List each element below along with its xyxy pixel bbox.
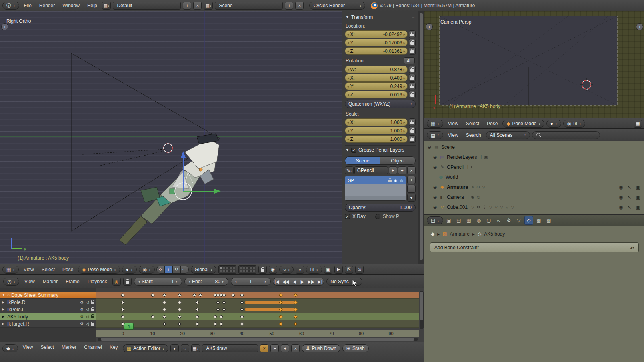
remove-gp-layer-button[interactable]: − — [407, 185, 416, 193]
lock-icon[interactable] — [388, 180, 392, 182]
keyframe[interactable] — [219, 315, 223, 319]
layer-toggle[interactable] — [249, 270, 252, 272]
increment-arrow[interactable]: ▸ — [403, 68, 405, 72]
outliner-label[interactable]: GPencil — [447, 164, 464, 170]
keyframe[interactable] — [240, 300, 244, 304]
keyframe[interactable] — [162, 322, 166, 326]
dopesheet-channel[interactable]: ▼◌Dope Sheet Summary — [0, 292, 96, 299]
keyframe[interactable] — [240, 315, 244, 319]
tab-object-data[interactable]: ▽ — [514, 216, 523, 225]
frame-ruler[interactable]: 0102030405060708090 — [96, 330, 419, 337]
wrench-icon[interactable]: ⚙ — [477, 205, 480, 209]
decrement-arrow[interactable]: ◂ — [347, 32, 349, 36]
scrollbar-thumb[interactable] — [420, 292, 423, 320]
location-z-field[interactable]: ◂Z:-0.01361▸ — [345, 47, 408, 55]
layer-toggle[interactable] — [226, 270, 229, 272]
menu-select[interactable]: Select — [38, 344, 57, 350]
outliner-item-world[interactable]: ◍ World — [424, 172, 644, 182]
speaker-icon[interactable]: ◁ — [86, 322, 89, 326]
keyframe[interactable] — [178, 315, 182, 319]
outliner-item-armature[interactable]: ⊕ ◆ Armature ⌖ ⊙ ▽ ◉ ↖ ▣ — [424, 182, 644, 192]
fake-user-button[interactable]: F — [270, 344, 279, 352]
expander-icon[interactable]: ▶ — [2, 315, 6, 318]
dof-icon[interactable]: ◎ — [477, 195, 480, 199]
layer-toggle[interactable] — [223, 266, 226, 269]
expand-icon[interactable]: ⊕ — [432, 194, 438, 200]
editor-type-selector[interactable]: ◷↕ — [3, 278, 19, 286]
editor-type-selector[interactable]: ▤↕ — [427, 131, 443, 139]
location-x-field[interactable]: ◂X:-0.02492▸ — [345, 30, 408, 38]
eye-icon[interactable]: ◉ — [619, 204, 623, 210]
keyframe[interactable] — [222, 300, 226, 304]
gp-layer-specials-button[interactable]: ▾ — [407, 194, 416, 202]
vgroup-icon[interactable]: ▽ — [506, 205, 509, 209]
menu-render[interactable]: Render — [36, 3, 58, 8]
tab-material[interactable]: ▩ — [534, 216, 543, 225]
keyframe[interactable] — [121, 308, 125, 312]
add-gpencil-button[interactable]: + — [398, 166, 406, 174]
expand-icon[interactable]: ⊕ — [432, 184, 438, 190]
viewport-shading-dropdown[interactable]: ●↕ — [546, 120, 561, 128]
eye-icon[interactable]: ◉ — [619, 184, 623, 190]
keyframe[interactable] — [219, 322, 223, 326]
layer-toggle[interactable] — [229, 266, 232, 269]
camera-viewport[interactable]: x Camera Persp (1) Armature : AK5 body +… — [424, 11, 644, 118]
outliner-label[interactable]: Armature — [447, 184, 468, 190]
pivot-center-dropdown[interactable]: ◎⊞↕ — [563, 120, 585, 128]
wrench-icon[interactable]: ⚙ — [80, 322, 84, 326]
frame-start-field[interactable]: ◂ Start: 1 ▸ — [134, 278, 182, 286]
layer-toggle[interactable] — [240, 270, 242, 272]
keyframe-row[interactable] — [96, 313, 419, 320]
render-camera-icon[interactable]: ▣ — [636, 204, 640, 210]
properties-expand-button[interactable]: + — [636, 23, 643, 30]
lock-scale-x-button[interactable] — [409, 118, 416, 126]
action-name-field[interactable]: AK5 draw — [202, 344, 258, 352]
decrement-arrow[interactable]: ◂ — [347, 49, 349, 53]
keyframe[interactable] — [213, 322, 217, 326]
fake-user-button[interactable]: F — [389, 166, 397, 174]
decrement-arrow[interactable]: ◂ — [347, 68, 349, 72]
layer-toggle[interactable] — [220, 270, 222, 272]
keyframe[interactable] — [231, 293, 235, 297]
keyframe[interactable] — [240, 293, 244, 297]
increment-arrow[interactable]: ▸ — [403, 32, 405, 36]
keyframe-area[interactable]: 0102030405060708090 1 — [96, 288, 419, 342]
toolbar-expand-button[interactable]: + — [426, 23, 433, 30]
panel-grip-icon[interactable]: ≣ — [412, 15, 415, 19]
menu-window[interactable]: Window — [60, 3, 82, 8]
menu-select[interactable]: Select — [39, 267, 58, 272]
current-frame-box[interactable]: 1 — [124, 323, 134, 330]
current-frame-field[interactable]: ◂ 1 ▸ — [231, 278, 271, 286]
unlink-action-button[interactable]: × — [291, 344, 300, 352]
tab-object[interactable]: Object — [380, 156, 416, 165]
opengl-render-anim-button[interactable]: ▶ — [334, 266, 343, 274]
keyframe[interactable] — [222, 308, 226, 312]
keyframe[interactable] — [222, 293, 226, 297]
layer-toggle[interactable] — [220, 266, 222, 269]
selectable-cursor-icon[interactable]: ↖ — [628, 194, 632, 200]
increment-arrow[interactable]: ▸ — [265, 280, 267, 284]
grease-pencil-panel-header[interactable]: ▼ ✓ Grease Pencil Layers — [345, 145, 416, 154]
grease-pencil-checkbox[interactable]: ✓ — [351, 148, 356, 153]
lock-icon[interactable] — [91, 316, 94, 318]
render-camera-icon[interactable]: ▣ — [636, 184, 640, 190]
editor-type-selector[interactable]: ▤↕ — [427, 216, 443, 224]
lock-rotation-x-button[interactable] — [409, 74, 416, 82]
keyframe-selected[interactable] — [294, 322, 298, 326]
layer-toggle[interactable] — [229, 270, 232, 272]
layer-toggle[interactable] — [223, 270, 226, 272]
keyframe[interactable] — [121, 315, 125, 319]
wrench-icon[interactable]: ⚙ — [80, 300, 84, 304]
selectable-cursor-icon[interactable]: ↖ — [628, 184, 632, 190]
screen-layout-browse-button[interactable]: ▦↕ — [102, 2, 111, 10]
menu-playback[interactable]: Playback — [85, 279, 110, 284]
add-bone-constraint-button[interactable]: Add Bone Constraint ▴▾ — [430, 242, 639, 252]
horizontal-scrollbar[interactable] — [98, 338, 418, 341]
vgroup-icon[interactable]: ▽ — [489, 205, 492, 209]
tab-render-layers[interactable]: ▤ — [454, 216, 463, 225]
keyframe-selected[interactable] — [279, 293, 283, 297]
speaker-icon[interactable]: ◁ — [86, 300, 89, 304]
expander-icon[interactable]: ▶ — [2, 300, 6, 304]
menu-help[interactable]: Help — [84, 3, 100, 8]
breadcrumb-object[interactable]: Armature — [450, 231, 470, 237]
